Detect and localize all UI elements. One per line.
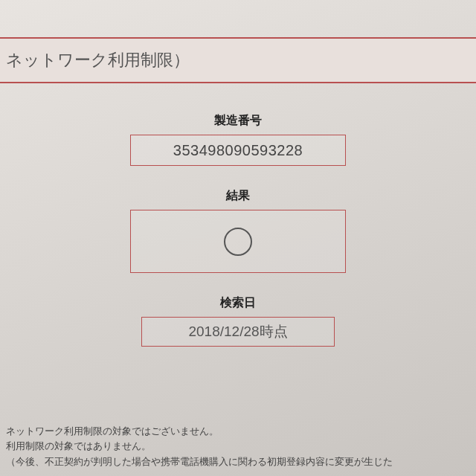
serial-value-box: 353498090593228 (130, 135, 346, 166)
serial-label: 製造番号 (130, 113, 346, 129)
footer-line-2: 利用制限の対象ではありません。 (6, 439, 470, 454)
serial-section: 製造番号 353498090593228 (130, 113, 346, 166)
footer-text: ネットワーク利用制限の対象ではございません。 利用制限の対象ではありません。 （… (0, 424, 476, 470)
serial-value: 353498090593228 (173, 142, 303, 159)
result-value-box (130, 210, 346, 273)
page-title-bar: ネットワーク利用制限） (0, 37, 476, 83)
page-title: ネットワーク利用制限） (6, 51, 190, 69)
date-section: 検索日 2018/12/28時点 (141, 295, 335, 347)
footer-line-3: （今後、不正契約が判明した場合や携帯電話機購入に関わる初期登録内容に変更が生じた (6, 454, 470, 470)
date-label: 検索日 (141, 295, 335, 311)
circle-icon (224, 228, 252, 256)
date-value-box: 2018/12/28時点 (141, 317, 335, 347)
content-area: 製造番号 353498090593228 結果 検索日 2018/12/28時点 (0, 83, 476, 369)
footer-line-1: ネットワーク利用制限の対象ではございません。 (6, 424, 470, 440)
result-label: 結果 (130, 188, 346, 204)
result-section: 結果 (130, 188, 346, 273)
date-value: 2018/12/28時点 (188, 322, 287, 341)
